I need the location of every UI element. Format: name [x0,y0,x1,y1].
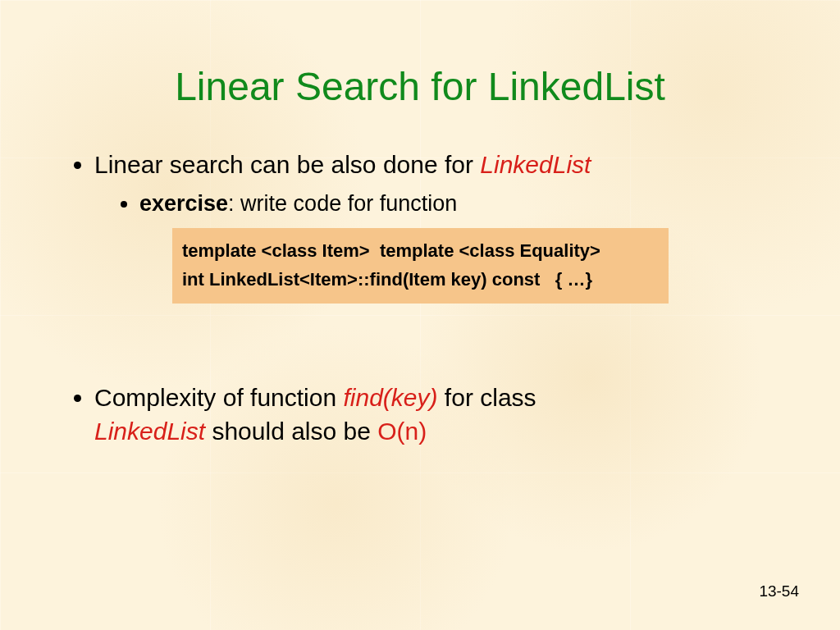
sub-bullet-item: exercise: write code for function [139,189,778,218]
class-name: LinkedList [94,418,205,445]
exercise-label: exercise [139,191,228,216]
function-name: find(key) [343,384,437,411]
code-box: template <class Item> template <class Eq… [172,228,669,304]
bullet-emph: LinkedList [480,151,591,178]
complexity: O(n) [377,418,427,445]
code-line: int LinkedList<Item>::find(Item key) con… [182,265,659,294]
slide-content: Linear search can be also done for Linke… [0,109,840,448]
exercise-text: : write code for function [228,191,457,216]
bullet-item: Complexity of function find(key) for cla… [94,381,778,448]
bullet-text: Linear search can be also done for [94,151,480,178]
bullet-text: Complexity of function [94,384,343,411]
slide-number: 13-54 [759,582,799,600]
bullet-text: should also be [205,418,377,445]
code-line: template <class Item> template <class Eq… [182,236,659,265]
slide-title: Linear Search for LinkedList [0,0,840,109]
bullet-text: for class [438,384,536,411]
bullet-item: Linear search can be also done for Linke… [94,148,778,218]
